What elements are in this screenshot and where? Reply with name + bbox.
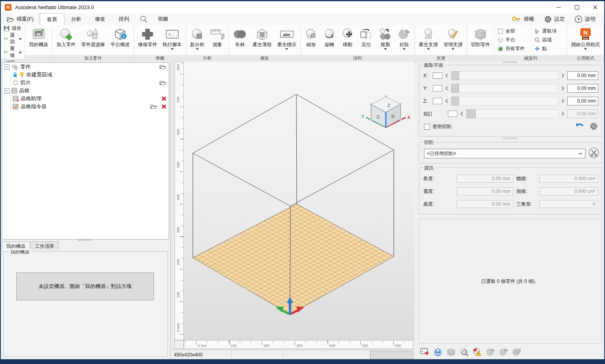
lock-icon[interactable] [13, 72, 18, 78]
new-analysis-dropdown-icon[interactable] [196, 48, 199, 50]
tree-item-no-build-zone[interactable]: 非建置區域 [11, 71, 169, 79]
z-plane-value[interactable] [567, 97, 598, 105]
slider-left-arrow[interactable] [445, 73, 449, 78]
transparent-cut-toggle[interactable]: 透明切割 [424, 123, 451, 130]
my-machines-button[interactable]: 我的機器 [27, 26, 51, 55]
delete-icon[interactable] [161, 96, 166, 101]
zoom-all-parts-button[interactable]: 所有零件 [498, 45, 534, 53]
y-plane-slider[interactable] [451, 84, 558, 93]
file-menu-button[interactable]: 檔案(F) [1, 13, 40, 25]
repair-warning-button[interactable] [472, 346, 483, 358]
visibility-bulb-icon[interactable] [19, 72, 24, 78]
tree-item-lattice[interactable]: 晶格 [2, 87, 169, 95]
save-button[interactable]: 儲存 [1, 25, 25, 32]
x-plane-value[interactable] [567, 71, 598, 80]
close-button[interactable] [586, 1, 604, 13]
tab-job-list[interactable]: 工作清單 [31, 241, 58, 250]
tab-my-machines[interactable]: 我的機器 [2, 241, 30, 250]
rotate-button[interactable]: 旋轉 [321, 26, 338, 55]
redo-button[interactable]: 重做 [1, 45, 25, 59]
part-library-button[interactable]: 零件資源庫 [79, 26, 107, 55]
help-button[interactable]: ? 說明 [571, 15, 599, 23]
create-label-button[interactable]: abc 產生標示 [275, 26, 299, 55]
new-analysis-button[interactable]: 新分析 [188, 26, 207, 55]
clip-settings-button[interactable] [589, 122, 598, 131]
slider-thumb[interactable] [451, 71, 459, 80]
tab-view[interactable]: 視圖 [151, 13, 175, 25]
slider-right-arrow[interactable] [561, 111, 565, 116]
open-folder-icon[interactable] [150, 104, 157, 109]
tab-modify[interactable]: 修改 [88, 13, 112, 25]
create-support-button[interactable]: 產生支撐 [416, 26, 440, 55]
panel-splitter[interactable] [1, 239, 170, 241]
tree-item-lattice-assistant[interactable]: A 晶格助理 [11, 95, 169, 103]
redo-dropdown-icon[interactable] [19, 52, 22, 54]
slider-thumb[interactable] [451, 97, 459, 105]
collapse-toggle[interactable] [4, 88, 10, 93]
zoom-selection-button[interactable]: 選取項 [534, 27, 564, 36]
pack-toggle-button-1[interactable] [485, 346, 496, 358]
run-scripts-button[interactable]: >_ 執行腳本 [160, 26, 184, 55]
execute-cut-button[interactable] [588, 147, 600, 159]
create-support-dropdown-icon[interactable] [427, 48, 430, 50]
measure-button[interactable]: β 測量 [208, 26, 227, 55]
position-button[interactable]: 定位 [357, 26, 375, 55]
y-plane-checkbox[interactable] [433, 85, 442, 91]
open-utilities-button[interactable]: N NFB 開啟公用程式 [569, 26, 602, 55]
zoom-region-button[interactable]: 區域 [534, 36, 564, 45]
scene-canvas[interactable]: Z 左 前 Y X [184, 62, 414, 340]
x-plane-slider[interactable] [451, 71, 558, 80]
add-part-button[interactable]: 加入零件 [54, 26, 78, 55]
pack-grid-button[interactable] [511, 346, 522, 358]
inspect-view-button[interactable] [459, 346, 470, 358]
slice-view-button[interactable] [445, 346, 457, 358]
transparent-cut-checkbox[interactable] [424, 124, 430, 130]
open-folder-icon[interactable] [160, 80, 166, 86]
slider-left-arrow[interactable] [445, 86, 449, 91]
duplicate-dropdown-icon[interactable] [384, 48, 387, 50]
tab-home[interactable]: 首頁 [40, 13, 64, 25]
search-button[interactable] [136, 13, 151, 25]
zoom-platform-button[interactable]: 平台 [498, 36, 534, 45]
cut-mode-dropdown[interactable]: <已停用切割> [424, 149, 586, 158]
open-my-machines-button[interactable]: 未設定機器。開啟「我的機器」對話方塊 [16, 273, 154, 300]
create-label-dropdown-icon[interactable] [285, 48, 288, 50]
undo-button[interactable]: 退回 [1, 32, 25, 45]
slider-right-arrow[interactable] [561, 99, 565, 103]
manage-support-button[interactable]: 管理支撐 [441, 26, 465, 55]
repair-part-button[interactable]: 修復零件 [136, 26, 160, 55]
slider-left-arrow[interactable] [445, 99, 449, 103]
tree-item-parts[interactable]: 零件 [2, 63, 169, 71]
move-button[interactable]: 移動 [339, 26, 356, 55]
open-utilities-dropdown-icon[interactable] [584, 48, 587, 50]
create-shell-button[interactable]: 產生薄殼 [250, 26, 274, 55]
y-plane-value[interactable] [567, 84, 598, 93]
tree-item-lattice-commander[interactable]: 晶格指令器 [11, 103, 169, 111]
slider-left-arrow[interactable] [460, 111, 464, 116]
lattice-view-button[interactable] [432, 346, 444, 358]
open-folder-icon[interactable] [160, 64, 166, 70]
zoom-all-button[interactable]: 全部 [498, 27, 534, 36]
tree-item-slices[interactable]: 切片 [11, 79, 169, 87]
custom-plane-slider[interactable] [466, 109, 558, 118]
slider-right-arrow[interactable] [561, 86, 565, 91]
maximize-button[interactable] [568, 1, 586, 13]
slider-thumb[interactable] [467, 109, 476, 118]
minimize-button[interactable] [549, 1, 568, 13]
panel-splitter[interactable] [416, 137, 604, 140]
collapse-toggle[interactable] [4, 64, 10, 70]
tab-arrange[interactable]: 排列 [112, 13, 136, 25]
pack-toggle-button-2[interactable] [498, 346, 509, 358]
boolean-button[interactable]: 布林 [230, 26, 249, 55]
pack-button[interactable]: 封裝 [395, 26, 413, 55]
cut-parts-button[interactable]: 切割零件 [469, 26, 492, 55]
x-plane-checkbox[interactable] [433, 72, 442, 79]
pack-dropdown-icon[interactable] [403, 48, 406, 50]
manage-support-dropdown-icon[interactable] [451, 48, 455, 50]
custom-plane-checkbox[interactable] [448, 111, 457, 117]
undo-dropdown-icon[interactable] [19, 38, 22, 40]
scale-button[interactable]: 縮放 [302, 26, 320, 55]
slider-thumb[interactable] [451, 84, 459, 93]
new-script-button[interactable] [419, 346, 430, 358]
view-cube[interactable]: Z 左 前 Y X [361, 95, 410, 127]
